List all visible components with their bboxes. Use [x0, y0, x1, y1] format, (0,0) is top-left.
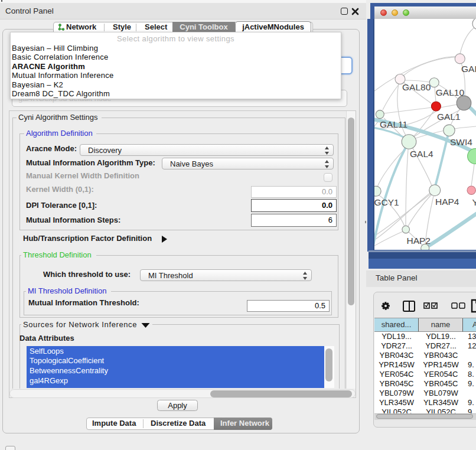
svg-text:HAP2: HAP2	[407, 236, 431, 246]
svg-text:SWI4: SWI4	[450, 137, 472, 147]
svg-text:GAL4: GAL4	[410, 149, 433, 159]
svg-text:GAL1: GAL1	[437, 112, 461, 122]
svg-text:GAL80: GAL80	[402, 82, 431, 92]
svg-text:HAP4: HAP4	[435, 197, 459, 207]
svg-text:YEL0: YEL0	[472, 197, 476, 207]
svg-text:GAL11: GAL11	[380, 119, 407, 129]
svg-text:GCY1: GCY1	[374, 197, 399, 207]
svg-text:GAL10: GAL10	[436, 87, 465, 97]
svg-text:GAL7: GAL7	[461, 64, 476, 74]
